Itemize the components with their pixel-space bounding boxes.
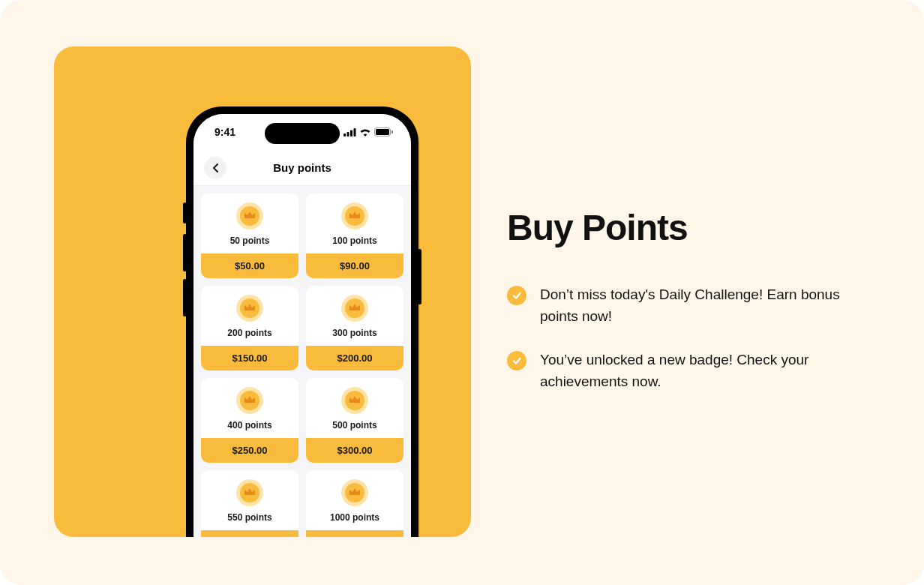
headline: Buy Points [507,207,867,248]
crown-coin-icon [341,479,368,506]
points-label: 550 points [227,512,272,523]
wifi-icon [359,128,371,136]
phone-notch [265,123,340,144]
nav-title: Buy points [194,161,411,174]
points-label: 100 points [332,236,376,246]
cellular-icon [344,128,356,136]
price-button[interactable]: $250.00 [201,438,298,463]
nav-bar: Buy points [194,150,411,186]
check-icon [507,351,526,370]
points-label: 500 points [332,420,376,430]
price-button[interactable]: $200.00 [306,346,404,370]
phone-showcase-panel: 9:41 Buy points [54,46,471,537]
svg-rect-3 [354,128,356,136]
battery-icon [374,128,393,136]
phone-side-button [183,202,187,224]
crown-coin-icon [236,295,263,322]
marketing-copy: Buy Points Don’t miss today's Daily Chal… [507,207,867,415]
phone-frame: 9:41 Buy points [186,106,418,537]
bullet-item: Don’t miss today's Daily Challenge! Earn… [507,284,867,327]
svg-rect-6 [392,130,393,134]
points-card[interactable]: 100 points $90.00 [306,194,404,278]
canvas: 9:41 Buy points [0,0,924,585]
crown-coin-icon [341,295,368,322]
svg-rect-1 [347,132,350,136]
points-label: 200 points [227,328,272,338]
price-button[interactable]: $150.00 [201,346,298,370]
crown-coin-icon [236,202,263,230]
svg-rect-0 [344,134,346,136]
svg-rect-5 [376,129,389,135]
crown-coin-icon [341,387,368,414]
svg-rect-2 [350,130,352,136]
bullet-text: You’ve unlocked a new badge! Check your … [540,350,867,392]
phone-side-button [418,249,422,304]
status-icons [344,128,393,136]
points-card[interactable]: 300 points $200.00 [306,286,404,370]
points-card[interactable]: 50 points $50.00 [201,194,298,278]
price-button[interactable]: $800.00 [306,530,404,537]
points-grid: 50 points $50.00 100 points $90.00 200 p… [194,186,411,537]
price-button[interactable]: $90.00 [306,254,404,278]
phone-side-button [183,234,187,272]
points-label: 50 points [230,236,270,246]
price-button[interactable]: $500.00 [201,530,298,537]
points-label: 400 points [227,420,272,430]
points-card[interactable]: 550 points $500.00 [201,470,298,537]
status-time: 9:41 [214,126,236,138]
crown-coin-icon [341,202,368,230]
bullet-item: You’ve unlocked a new badge! Check your … [507,350,867,392]
crown-coin-icon [236,387,263,414]
phone-screen: 9:41 Buy points [194,114,411,537]
points-card[interactable]: 1000 points $800.00 [306,470,404,537]
crown-coin-icon [236,479,263,506]
points-card[interactable]: 500 points $300.00 [306,378,404,463]
points-card[interactable]: 200 points $150.00 [201,286,298,370]
check-icon [507,286,526,305]
points-card[interactable]: 400 points $250.00 [201,378,298,463]
points-label: 300 points [332,328,376,338]
points-label: 1000 points [330,512,380,523]
price-button[interactable]: $300.00 [306,438,404,463]
bullet-text: Don’t miss today's Daily Challenge! Earn… [540,284,867,327]
price-button[interactable]: $50.00 [201,254,298,278]
phone-side-button [183,279,187,316]
